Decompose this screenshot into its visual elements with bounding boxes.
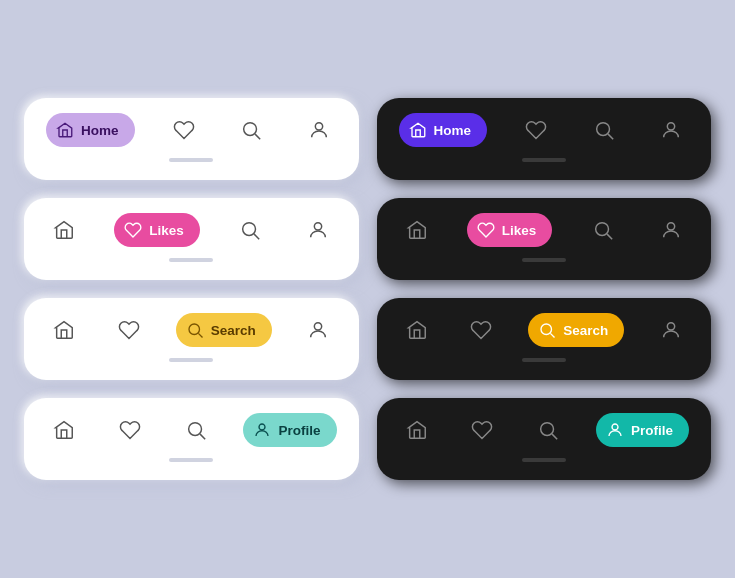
nav-items-row: Likes	[46, 212, 337, 248]
home-pill-label-dark: Home	[434, 123, 472, 138]
nav-bar-profile-light: Profile	[24, 398, 359, 480]
svg-point-11	[667, 223, 674, 230]
home-icon-btn-dark3[interactable]	[399, 312, 435, 348]
home-icon-btn3[interactable]	[46, 312, 82, 348]
search-icon-btn-dark4[interactable]	[530, 412, 566, 448]
svg-line-7	[254, 234, 259, 239]
search-icon-btn-dark2[interactable]	[585, 212, 621, 248]
nav-bar-home-light: Home	[24, 98, 359, 180]
search-icon-btn-dark[interactable]	[586, 112, 622, 148]
search-icon-btn2[interactable]	[232, 212, 268, 248]
nav-items-row: Search	[399, 312, 690, 348]
nav-items-row: Profile	[399, 412, 690, 448]
nav-items-row: Profile	[46, 412, 337, 448]
likes-icon-btn-dark3[interactable]	[463, 312, 499, 348]
svg-point-15	[541, 324, 552, 335]
likes-icon-btn-dark4[interactable]	[464, 412, 500, 448]
nav-items-row: Likes	[399, 212, 690, 248]
svg-line-1	[255, 134, 260, 139]
home-active-pill-dark[interactable]: Home	[399, 113, 488, 147]
profile-active-pill[interactable]: Profile	[243, 413, 336, 447]
likes-active-pill[interactable]: Likes	[114, 213, 200, 247]
profile-pill-label-dark: Profile	[631, 423, 673, 438]
svg-point-3	[596, 123, 609, 136]
nav-indicator-dark	[522, 458, 566, 462]
svg-point-9	[595, 223, 608, 236]
profile-pill-label: Profile	[278, 423, 320, 438]
nav-bar-home-dark: Home	[377, 98, 712, 180]
svg-point-23	[612, 424, 618, 430]
profile-icon-btn3[interactable]	[300, 312, 336, 348]
home-icon-btn-dark4[interactable]	[399, 412, 435, 448]
profile-icon-btn[interactable]	[301, 112, 337, 148]
svg-point-6	[243, 223, 256, 236]
svg-line-19	[200, 434, 205, 439]
nav-indicator	[169, 158, 213, 162]
profile-icon-btn-dark[interactable]	[653, 112, 689, 148]
nav-bar-profile-dark: Profile	[377, 398, 712, 480]
likes-icon-btn-dark[interactable]	[518, 112, 554, 148]
home-icon-btn-dark2[interactable]	[399, 212, 435, 248]
search-pill-label-dark: Search	[563, 323, 608, 338]
nav-bar-search-dark: Search	[377, 298, 712, 380]
svg-point-20	[259, 424, 265, 430]
nav-bar-likes-dark: Likes	[377, 198, 712, 280]
nav-items-row: Home	[399, 112, 690, 148]
profile-icon-btn2[interactable]	[300, 212, 336, 248]
nav-indicator-dark	[522, 158, 566, 162]
nav-bar-search-light: Search	[24, 298, 359, 380]
svg-point-0	[244, 123, 257, 136]
likes-icon-btn4[interactable]	[112, 412, 148, 448]
profile-icon-btn-dark3[interactable]	[653, 312, 689, 348]
profile-icon-btn-dark2[interactable]	[653, 212, 689, 248]
svg-point-2	[315, 123, 322, 130]
profile-active-pill-dark[interactable]: Profile	[596, 413, 689, 447]
nav-indicator	[169, 258, 213, 262]
svg-line-4	[608, 134, 613, 139]
search-icon-btn4[interactable]	[178, 412, 214, 448]
nav-items-row: Home	[46, 112, 337, 148]
svg-point-21	[541, 423, 554, 436]
home-active-pill[interactable]: Home	[46, 113, 135, 147]
nav-bar-likes-light: Likes	[24, 198, 359, 280]
svg-line-13	[198, 333, 202, 337]
search-active-pill-dark[interactable]: Search	[528, 313, 624, 347]
likes-pill-label: Likes	[149, 223, 184, 238]
search-icon-btn[interactable]	[233, 112, 269, 148]
svg-line-22	[552, 434, 557, 439]
nav-indicator-dark	[522, 258, 566, 262]
main-container: Home Home	[0, 74, 735, 504]
svg-point-12	[189, 324, 200, 335]
nav-indicator	[169, 358, 213, 362]
nav-indicator	[169, 458, 213, 462]
svg-point-17	[667, 323, 674, 330]
home-icon-btn4[interactable]	[46, 412, 82, 448]
nav-items-row: Search	[46, 312, 337, 348]
search-pill-label: Search	[211, 323, 256, 338]
likes-pill-label-dark: Likes	[502, 223, 537, 238]
search-active-pill[interactable]: Search	[176, 313, 272, 347]
svg-point-8	[315, 223, 322, 230]
likes-icon-btn3[interactable]	[111, 312, 147, 348]
home-pill-label: Home	[81, 123, 119, 138]
likes-active-pill-dark[interactable]: Likes	[467, 213, 553, 247]
svg-point-5	[667, 123, 674, 130]
svg-line-10	[607, 234, 612, 239]
nav-indicator-dark	[522, 358, 566, 362]
likes-icon-btn[interactable]	[166, 112, 202, 148]
svg-point-14	[315, 323, 322, 330]
svg-point-18	[188, 423, 201, 436]
svg-line-16	[551, 333, 555, 337]
home-icon-btn[interactable]	[46, 212, 82, 248]
